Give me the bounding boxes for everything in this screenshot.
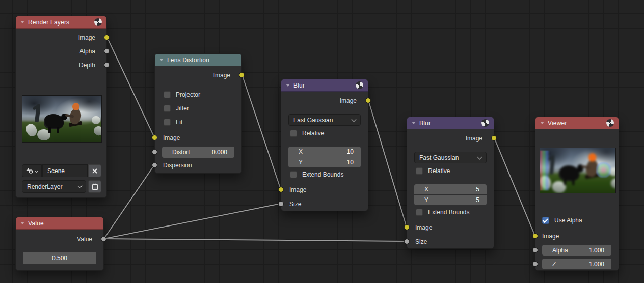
viewer-z-slider[interactable]: Z 1.000 <box>542 259 611 269</box>
render-layers-preview-image <box>22 95 102 143</box>
viewer-alpha-slider[interactable]: Alpha 1.000 <box>542 245 611 256</box>
x-value: 10 <box>347 148 354 155</box>
blur-1-size-input-socket[interactable] <box>278 201 284 207</box>
viewer-alpha-input-socket[interactable] <box>532 247 538 253</box>
render-result-button[interactable] <box>88 180 101 193</box>
blur-1-y-slider[interactable]: Y 10 <box>288 157 361 167</box>
blur-2-header[interactable]: Blur <box>407 117 494 129</box>
distort-slider[interactable]: Distort 0.000 <box>162 147 234 158</box>
x-label: X <box>299 148 303 155</box>
distort-label: Distort <box>172 149 190 156</box>
lens-distortion-image-input-socket[interactable] <box>152 135 157 140</box>
wire-value-value-to-lens-distortion-dispersion <box>104 165 154 239</box>
material-sphere-icon[interactable] <box>94 18 102 26</box>
value-number-field[interactable]: 0.500 <box>23 252 96 264</box>
projector-checkbox[interactable] <box>164 91 171 98</box>
blur-1-header[interactable]: Blur <box>281 79 368 92</box>
input-label-dispersion: Dispersion <box>155 160 242 171</box>
material-sphere-icon[interactable] <box>606 119 614 127</box>
relative-label: Relative <box>302 130 324 137</box>
node-render-layers[interactable]: Render Layers Image Alpha Depth <box>15 16 107 198</box>
collapse-triangle-icon[interactable] <box>20 222 24 224</box>
blur-2-filter-value: Fast Gaussian <box>419 154 459 161</box>
scene-datablock-button[interactable] <box>22 164 42 177</box>
chromatic-fringe-right <box>596 162 611 178</box>
blur-1-filter-dropdown[interactable]: Fast Gaussian <box>288 114 361 126</box>
fit-label: Fit <box>176 119 182 126</box>
scene-unlink-button[interactable] <box>88 164 101 177</box>
fit-checkbox[interactable] <box>164 119 171 126</box>
scene-name: Scene <box>43 167 87 175</box>
viewer-image-input-socket[interactable] <box>532 233 538 239</box>
render-layers-header[interactable]: Render Layers <box>16 16 106 29</box>
lens-distortion-header[interactable]: Lens Distortion <box>155 54 242 66</box>
input-label-size: Size <box>281 199 368 210</box>
collapse-triangle-icon[interactable] <box>286 84 290 87</box>
blur-1-title: Blur <box>293 82 305 89</box>
y-value: 5 <box>476 196 479 204</box>
character-head <box>72 103 79 110</box>
extend-bounds-checkbox[interactable] <box>416 209 423 216</box>
output-label-image: Image <box>155 70 242 81</box>
node-viewer[interactable]: Viewer <box>535 117 619 271</box>
distort-input-socket[interactable] <box>152 149 157 155</box>
dispersion-input-socket[interactable] <box>152 162 157 168</box>
value-output-socket[interactable] <box>101 236 106 242</box>
render-layer-dropdown[interactable]: RenderLayer <box>22 180 86 193</box>
collapse-triangle-icon[interactable] <box>412 122 416 124</box>
material-sphere-icon[interactable] <box>356 81 363 89</box>
render-layer-name: RenderLayer <box>22 183 78 190</box>
scene-name-field[interactable]: Scene <box>42 164 88 177</box>
node-value[interactable]: Value Value 0.500 <box>15 217 104 271</box>
extend-bounds-checkbox[interactable] <box>290 171 297 178</box>
blur-2-x-slider[interactable]: X 5 <box>414 184 487 194</box>
jitter-checkbox-row: Jitter <box>155 103 242 114</box>
projector-checkbox-row: Projector <box>155 89 242 100</box>
blur-2-filter-dropdown[interactable]: Fast Gaussian <box>414 152 487 163</box>
render-layers-alpha-output-socket[interactable] <box>104 48 110 54</box>
node-blur-2[interactable]: Blur Image Fast Gaussian Relative X 5 Y … <box>407 117 494 249</box>
black-sheep <box>44 114 64 129</box>
blur-2-y-slider[interactable]: Y 5 <box>414 195 487 205</box>
collapse-triangle-icon[interactable] <box>540 122 544 124</box>
blur-2-size-input-socket[interactable] <box>404 239 410 244</box>
relative-checkbox[interactable] <box>290 130 297 137</box>
blur-1-x-slider[interactable]: X 10 <box>288 147 361 157</box>
render-layers-title: Render Layers <box>28 19 69 26</box>
value-header[interactable]: Value <box>16 217 103 230</box>
output-label-image: Image <box>281 95 368 106</box>
chevron-down-icon <box>35 169 38 173</box>
render-layers-depth-output-socket[interactable] <box>104 62 110 68</box>
checkmark-icon <box>543 217 548 223</box>
chevron-down-icon <box>477 154 482 159</box>
extend-bounds-checkbox-row: Extend Bounds <box>281 169 368 180</box>
lens-distortion-image-output-socket[interactable] <box>239 72 245 78</box>
blur-1-image-output-socket[interactable] <box>365 98 371 103</box>
projector-label: Projector <box>176 91 200 98</box>
viewer-z-input-socket[interactable] <box>532 261 538 267</box>
collapse-triangle-icon[interactable] <box>159 59 164 61</box>
render-layers-image-output-socket[interactable] <box>104 35 110 40</box>
sheep-leg-2 <box>572 179 575 185</box>
blur-1-image-input-socket[interactable] <box>278 187 284 192</box>
node-blur-1[interactable]: Blur Image Fast Gaussian Relative X 10 Y… <box>281 79 368 211</box>
use-alpha-checkbox[interactable] <box>542 217 549 224</box>
jitter-checkbox[interactable] <box>164 105 171 112</box>
node-editor-canvas[interactable]: Render Layers Image Alpha Depth <box>0 0 644 283</box>
viewer-header[interactable]: Viewer <box>535 117 619 129</box>
collapse-triangle-icon[interactable] <box>20 21 24 23</box>
blur-2-image-output-socket[interactable] <box>491 135 497 141</box>
chromatic-fringe-left <box>540 151 550 190</box>
node-lens-distortion[interactable]: Lens Distortion Image Projector Jitter F… <box>154 53 242 174</box>
relative-label: Relative <box>428 167 450 175</box>
material-sphere-icon[interactable] <box>481 119 489 127</box>
viewer-preview-image <box>540 148 616 193</box>
render-result-icon <box>91 183 98 190</box>
wire-value-value-to-blur-1-size <box>104 204 281 239</box>
output-label-alpha: Alpha <box>16 46 106 57</box>
wire-render-layers-image-to-lens-distortion-image <box>107 37 154 137</box>
y-value: 10 <box>347 159 354 166</box>
y-label: Y <box>299 159 303 166</box>
blur-2-image-input-socket[interactable] <box>404 224 410 230</box>
relative-checkbox[interactable] <box>416 167 423 175</box>
